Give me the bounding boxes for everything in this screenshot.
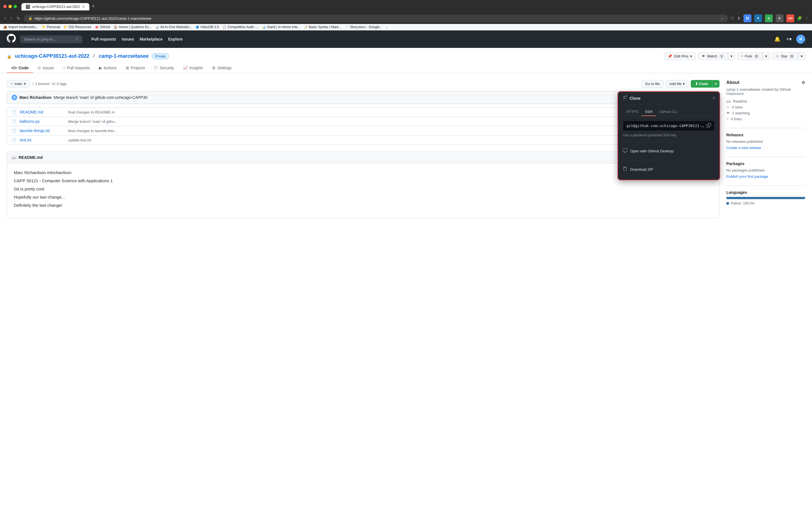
browser-titlebar: uchicago-CAPP30121-aut-2022 ✕ + [0, 0, 812, 13]
readme-header: 📖 README.md [7, 152, 719, 163]
forks-meta[interactable]: ⑂ 0 forks [726, 117, 805, 121]
bookmark-qualtrics[interactable]: 🏠 Home | Qualtrics Ex... [114, 25, 151, 29]
ext-g-icon[interactable]: G [765, 14, 773, 22]
python-language-label[interactable]: Python 100.0% [726, 202, 805, 205]
notifications-button[interactable]: 🔔 [773, 35, 781, 43]
tab-projects[interactable]: ⊞ Projects [121, 63, 150, 73]
bookmark-personal[interactable]: 📁 Personal [42, 25, 60, 29]
nav-explore[interactable]: Explore [166, 35, 185, 43]
star-icon[interactable]: ☆ [720, 16, 724, 20]
fork-dropdown-button[interactable]: ▾ [763, 52, 770, 60]
github-logo[interactable] [7, 34, 16, 45]
clone-dropdown-header: Clone ? [618, 92, 719, 105]
watch-button[interactable]: 👁 Watch 1 [698, 52, 728, 60]
stars-meta[interactable]: ☆ 0 stars [726, 105, 805, 109]
star-button[interactable]: ☆ Star 0 [772, 52, 798, 60]
tab-security[interactable]: 🛡 Security [149, 63, 179, 73]
clone-tab-ssh[interactable]: SSH [642, 108, 656, 116]
ext-k-icon[interactable]: K [776, 14, 783, 22]
branch-count[interactable]: ⑂ 1 branch [32, 82, 50, 86]
new-tab-button[interactable]: + [89, 2, 97, 10]
clone-hint: Use a password-protected SSH key. [623, 133, 715, 137]
bookmark-marketing[interactable]: 📊 All-In-One Marketin... [155, 25, 192, 29]
ext-v-icon[interactable]: ▼ [754, 14, 762, 22]
active-browser-tab[interactable]: uchicago-CAPP30121-aut-2022 ✕ [21, 3, 89, 10]
user-avatar-wrap[interactable]: M [796, 35, 805, 44]
edit-pins-button[interactable]: 📌 Edit Pins ▾ [664, 52, 696, 60]
file-row: 📄 favorite-things.txt final changes to f… [7, 126, 719, 135]
bookmark-influxdb[interactable]: 🔷 InfluxDB 2.0 [195, 25, 219, 29]
nav-marketplace[interactable]: Marketplace [138, 35, 165, 43]
maximize-button[interactable] [13, 5, 17, 8]
clone-help-icon[interactable]: ? [712, 96, 715, 101]
ext-abp-icon[interactable]: ABP [786, 14, 794, 22]
shield-icon[interactable]: 🛡 [730, 16, 734, 20]
nav-pull-requests[interactable]: Pull requests [89, 35, 118, 43]
go-to-file-button[interactable]: Go to file [642, 80, 663, 88]
download-icon[interactable]: ⬇ [737, 16, 741, 20]
search-placeholder: Search or jump to... [24, 37, 56, 41]
clone-copy-button[interactable] [707, 123, 711, 128]
watching-meta[interactable]: 👁 1 watching [726, 111, 805, 115]
bookmark-gantt[interactable]: 📊 Gantt | In Home Inte... [262, 25, 300, 29]
close-button[interactable] [3, 5, 7, 8]
bookmarks-overflow[interactable]: » [386, 25, 388, 29]
file-name-readme[interactable]: README.md [20, 110, 65, 114]
tag-count[interactable]: 🏷 0 tags [52, 82, 66, 86]
bookmark-story[interactable]: 📄 Story.docx - Google... [345, 25, 382, 29]
fork-button[interactable]: ⑂ Fork 0 [737, 52, 763, 60]
file-icon-readme: 📄 [11, 110, 16, 114]
file-name-test[interactable]: test.txt [20, 138, 65, 142]
lock-icon: 🔒 [28, 16, 33, 20]
open-desktop-action[interactable]: Open with GitHub Desktop [623, 145, 715, 157]
search-input[interactable]: Search or jump to... / [20, 36, 82, 43]
about-section: About ⚙ camp-1-marcwitasee created by Gi… [726, 80, 805, 121]
publish-package-link[interactable]: Publish your first package [726, 174, 768, 179]
file-name-favorites[interactable]: favorite-things.txt [20, 128, 65, 133]
file-actions: Go to file Add file ▾ ⬇ Code ▾ [642, 80, 719, 88]
create-release-link[interactable]: Create a new release [726, 146, 761, 150]
add-file-button[interactable]: Add file ▾ [666, 80, 688, 88]
tab-code[interactable]: </> Code [7, 63, 33, 73]
code-dropdown-button[interactable]: ▾ [712, 80, 719, 88]
commit-author[interactable]: Marc Richardson [19, 95, 52, 100]
star-dropdown-button[interactable]: ▾ [798, 52, 805, 60]
menu-icon[interactable]: ⋮ [805, 16, 809, 20]
minimize-button[interactable] [8, 5, 12, 8]
back-button[interactable]: ‹ [3, 15, 7, 22]
bookmark-dsi[interactable]: 📁 DSI Resources [63, 25, 91, 29]
tab-close-icon[interactable]: ✕ [82, 5, 85, 9]
bookmark-import[interactable]: 📥 Import bookmarks... [3, 25, 38, 29]
clone-tab-cli[interactable]: GitHub CLI [656, 108, 680, 116]
watch-dropdown-button[interactable]: ▾ [728, 52, 735, 60]
extensions-icon[interactable]: 🧩 [797, 16, 802, 20]
plus-button[interactable]: +▾ [785, 35, 793, 43]
releases-title: Releases [726, 133, 805, 137]
file-name-balloons[interactable]: balloons.py [20, 119, 65, 124]
refresh-button[interactable]: ↻ [15, 15, 21, 22]
bookmark-github[interactable]: 🐙 GitHub [95, 25, 110, 29]
tab-actions[interactable]: ▶ Actions [94, 63, 121, 73]
code-button[interactable]: ⬇ Code [691, 80, 713, 88]
readme-meta[interactable]: 📖 Readme [726, 99, 805, 103]
repo-org-link[interactable]: uchicago-CAPP30121-aut-2022 [15, 53, 89, 59]
forward-button[interactable]: › [9, 15, 13, 22]
tab-issues[interactable]: ⊙ Issues [33, 63, 58, 73]
branch-icon: ⑂ [10, 82, 13, 86]
ext-m-icon[interactable]: M [744, 14, 751, 22]
browser-tabs: uchicago-CAPP30121-aut-2022 ✕ + [21, 2, 809, 10]
download-zip-action[interactable]: Download ZIP [623, 164, 715, 175]
bookmark-basic-syntax[interactable]: 📝 Basic Syntax | Mark... [304, 25, 342, 29]
nav-issues[interactable]: Issues [119, 35, 137, 43]
tab-pull-requests[interactable]: ⑂ Pull requests [59, 63, 94, 73]
tab-settings[interactable]: ⚙ Settings [207, 63, 236, 73]
bookmark-competitive-audit[interactable]: 📋 Competitive Audit -... [222, 25, 259, 29]
tab-insights[interactable]: 📈 Insights [179, 63, 207, 73]
address-bar[interactable]: 🔒 https://github.com/uchicago-CAPP30121-… [24, 15, 728, 22]
about-gear-icon[interactable]: ⚙ [802, 80, 805, 85]
branch-selector[interactable]: ⑂ main ▾ [7, 80, 30, 88]
clone-tab-https[interactable]: HTTPS [623, 108, 642, 116]
star-meta-icon: ☆ [726, 105, 730, 109]
about-description: camp-1-marcwitasee created by GitHub Cla… [726, 87, 805, 96]
repo-name-link[interactable]: camp-1-marcwitasee [99, 53, 149, 59]
